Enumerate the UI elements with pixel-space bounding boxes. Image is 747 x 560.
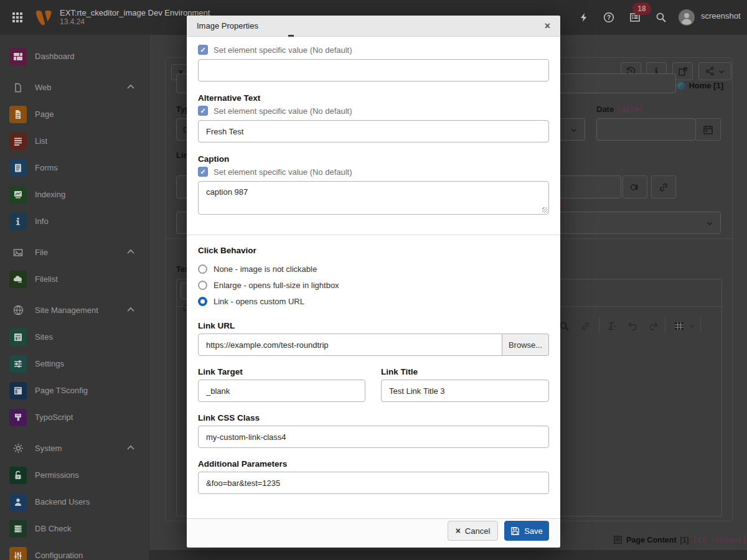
cancel-x-icon: ×	[456, 526, 461, 535]
link-title-label: Link Title	[381, 367, 418, 376]
sidebar-section-system[interactable]: System	[0, 435, 149, 462]
link-css-input[interactable]	[198, 426, 549, 448]
sidebar-section-site-management[interactable]: Site Management	[0, 297, 149, 324]
sidebar-section-file[interactable]: File	[0, 239, 149, 266]
cancel-button[interactable]: × Cancel	[448, 521, 498, 541]
caption-override-checkbox[interactable]: ✓ Set element specific value (No default…	[198, 167, 352, 177]
checkbox-checked-icon: ✓	[198, 45, 208, 55]
rte-table-button[interactable]	[671, 318, 687, 334]
search-icon[interactable]	[654, 10, 669, 25]
save-button[interactable]: Save	[504, 521, 549, 541]
table-icon	[674, 320, 685, 332]
list-icon	[9, 133, 27, 150]
typo3-backend: EXT:rte_ckeditor_image Dev Environment 1…	[0, 0, 747, 560]
caption-textarea[interactable]: caption 987	[198, 181, 549, 215]
page-tsconfig-icon	[9, 382, 27, 399]
chevron-up-icon	[126, 83, 135, 91]
sidebar-item-permissions[interactable]: Permissions	[0, 462, 149, 488]
rte-separator	[700, 318, 701, 333]
radio-selected-icon	[198, 297, 207, 306]
filelist-icon	[9, 271, 27, 288]
title-override-checkbox[interactable]: ✓ Set element specific value (No default…	[198, 45, 352, 55]
link-icon	[658, 182, 669, 193]
sidebar-item-settings[interactable]: Settings	[0, 350, 149, 377]
link-url-label: Link URL	[198, 321, 235, 330]
sidebar-item-page[interactable]: Page	[0, 101, 149, 128]
rte-undo-button[interactable]	[624, 318, 641, 334]
unlock-icon	[9, 467, 27, 484]
alt-text-input[interactable]	[198, 120, 549, 142]
app-grid-icon[interactable]	[10, 10, 25, 25]
sidebar-item-indexing[interactable]: Indexing	[0, 181, 149, 208]
record-link-button[interactable]	[622, 175, 647, 198]
radio-link[interactable]: Link - opens custom URL	[198, 297, 304, 306]
caption-label: Caption	[198, 154, 229, 164]
undo-icon	[627, 320, 638, 332]
notification-badge: 18	[632, 2, 651, 15]
module-menu: Dashboard Web Page List Forms	[0, 35, 149, 560]
sites-icon	[9, 329, 27, 346]
username[interactable]: screenshot	[701, 11, 741, 21]
database-icon	[9, 520, 27, 538]
calendar-icon	[703, 124, 713, 135]
link-browser-button[interactable]	[651, 175, 676, 198]
gear-icon	[9, 440, 27, 457]
sidebar-item-backend-users[interactable]: Backend Users	[0, 488, 149, 515]
avatar[interactable]	[679, 9, 695, 26]
add-params-input[interactable]	[198, 472, 549, 494]
browse-button[interactable]: Browse...	[502, 334, 549, 356]
radio-unselected-icon	[198, 264, 207, 274]
file-image-icon	[9, 244, 27, 261]
rte-separator	[599, 318, 599, 333]
modal-header: Image Properties ×	[187, 16, 560, 37]
link-url-input[interactable]	[198, 334, 502, 356]
link-target-label: Link Target	[198, 367, 243, 376]
date-field-label: Date [date]	[596, 105, 643, 114]
textarea-resize-grip[interactable]	[542, 207, 548, 213]
sidebar-item-info[interactable]: Info	[0, 208, 149, 235]
sidebar-item-label: Dashboard	[35, 52, 75, 61]
sidebar-item-db-check[interactable]: DB Check	[0, 515, 149, 542]
page-link-icon	[629, 182, 641, 193]
radio-none[interactable]: None - image is not clickable	[198, 264, 317, 274]
sidebar-item-list[interactable]: List	[0, 128, 149, 154]
sidebar-item-typoscript[interactable]: TypoScript	[0, 404, 149, 431]
chevron-down-icon	[571, 127, 577, 133]
rte-redo-button[interactable]	[646, 318, 662, 334]
alt-override-checkbox[interactable]: ✓ Set element specific value (No default…	[198, 106, 352, 116]
sidebar-item-forms[interactable]: Forms	[0, 154, 149, 181]
record-table: [tt_content]	[692, 536, 746, 544]
link-title-input[interactable]	[381, 380, 549, 402]
rte-link-button[interactable]	[577, 318, 593, 334]
help-icon[interactable]: ?	[601, 10, 616, 25]
web-doc-icon	[9, 79, 27, 96]
link-target-input[interactable]	[198, 380, 365, 402]
configuration-sliders-icon	[9, 547, 27, 560]
svg-text:?: ?	[607, 14, 611, 21]
rte-table-chevron[interactable]	[687, 318, 697, 334]
modal-divider	[187, 235, 560, 235]
radio-enlarge[interactable]: Enlarge - opens full-size in lightbox	[198, 281, 339, 290]
sidebar-item-filelist[interactable]: Filelist	[0, 266, 149, 292]
chevron-down-icon	[707, 220, 713, 226]
sidebar-item-dashboard[interactable]: Dashboard	[0, 43, 149, 70]
sidebar-item-page-tsconfig[interactable]: Page TSconfig	[0, 377, 149, 404]
sidebar-section-web[interactable]: Web	[0, 74, 149, 101]
date-input[interactable]	[596, 118, 696, 141]
modal-close-button[interactable]: ×	[545, 21, 550, 31]
redo-icon	[648, 320, 659, 332]
sidebar-item-configuration[interactable]: Configuration	[0, 542, 149, 560]
title-input[interactable]	[198, 59, 549, 82]
rte-remove-format-button[interactable]: T×	[604, 318, 621, 334]
rte-separator	[665, 318, 665, 333]
add-params-label: Additional Parameters	[198, 459, 287, 469]
clipped-label-fragment	[288, 35, 294, 37]
docbar-strip	[149, 550, 747, 560]
modal-title: Image Properties	[197, 21, 545, 30]
flush-cache-bolt-icon[interactable]	[576, 10, 591, 25]
page-icon	[9, 106, 27, 123]
chevron-down-icon	[689, 323, 695, 329]
dashboard-icon	[9, 48, 27, 65]
date-picker-button[interactable]	[695, 118, 721, 141]
sidebar-item-sites[interactable]: Sites	[0, 324, 149, 350]
